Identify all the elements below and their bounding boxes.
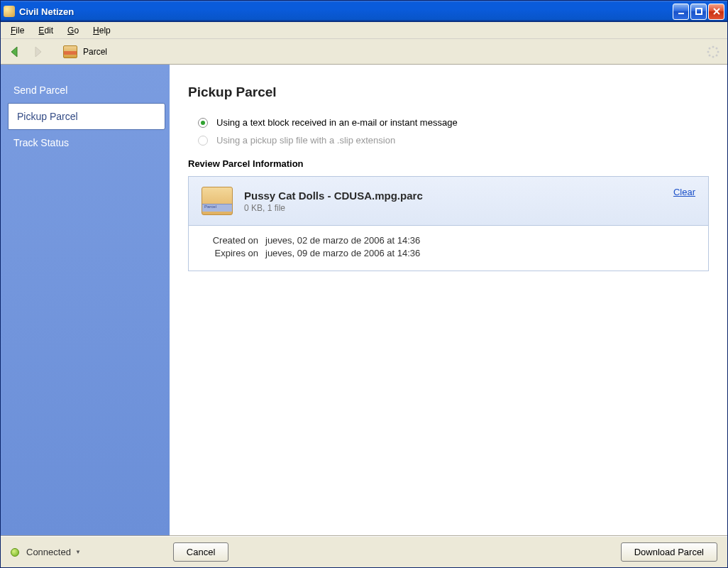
sidebar: Send Parcel Pickup Parcel Track Status [1,65,170,535]
svg-point-11 [709,48,711,50]
app-icon [4,6,15,17]
maximize-icon [695,7,703,16]
svg-point-9 [709,55,711,57]
loading-spinner-icon [706,45,720,59]
parcel-size-files: 0 KB, 1 file [244,203,662,213]
sidebar-item-track-status[interactable]: Track Status [1,130,170,155]
radio-label: Using a text block received in an e-mail… [216,117,458,128]
parcel-info-box: Pussy Cat Dolls - CDUSA.mpg.parc 0 KB, 1… [188,176,709,271]
window-buttons [673,4,724,20]
menu-file[interactable]: File [5,24,30,37]
forward-arrow-icon [30,44,45,60]
radio-icon [198,136,208,146]
parcel-header: Pussy Cat Dolls - CDUSA.mpg.parc 0 KB, 1… [189,177,708,226]
svg-point-8 [712,56,715,58]
minimize-icon [677,7,685,16]
minimize-button[interactable] [673,4,689,20]
sidebar-item-pickup-parcel[interactable]: Pickup Parcel [8,103,165,130]
sidebar-item-send-parcel[interactable]: Send Parcel [1,77,170,103]
svg-point-10 [707,51,710,53]
main-panel: Pickup Parcel Using a text block receive… [170,65,727,535]
download-parcel-button[interactable]: Download Parcel [621,542,717,562]
svg-point-7 [716,55,718,57]
menu-help[interactable]: Help [87,24,116,37]
created-on-label: Created on [202,235,258,246]
sidebar-item-label: Pickup Parcel [17,111,78,122]
menu-edit[interactable]: Edit [33,24,59,37]
content-area: Send Parcel Pickup Parcel Track Status P… [1,65,727,536]
menubar: File Edit Go Help [1,22,727,39]
sidebar-item-label: Send Parcel [13,84,67,96]
radio-icon [198,118,208,128]
svg-rect-1 [696,9,702,14]
breadcrumb: Parcel [83,47,107,57]
radio-option-text-block[interactable]: Using a text block received in an e-mail… [198,117,709,128]
toolbar: Parcel [1,39,727,65]
back-button[interactable] [6,43,23,60]
close-button[interactable] [708,4,724,20]
chevron-down-icon[interactable]: ▼ [75,549,81,555]
parcel-details: Created on jueves, 02 de marzo de 2006 a… [189,226,708,271]
parcel-name: Pussy Cat Dolls - CDUSA.mpg.parc [244,190,662,202]
app-window: Civil Netizen File Edit Go Help [0,0,728,568]
cancel-button[interactable]: Cancel [173,542,228,562]
close-icon [712,7,721,16]
sidebar-item-label: Track Status [13,137,69,148]
maximize-button[interactable] [690,4,707,20]
forward-button[interactable] [29,43,46,60]
titlebar: Civil Netizen [1,1,727,22]
svg-point-4 [712,46,715,48]
detail-created-row: Created on jueves, 02 de marzo de 2006 a… [202,235,695,246]
expires-on-value: jueves, 09 de marzo de 2006 at 14:36 [265,248,420,258]
connection-status-icon [11,548,19,557]
connection-status-text[interactable]: Connected [26,547,71,557]
radio-option-slip-file: Using a pickup slip file with a .slip ex… [198,135,709,146]
statusbar: Connected ▼ Cancel Download Parcel [1,536,727,567]
created-on-value: jueves, 02 de marzo de 2006 at 14:36 [265,235,420,246]
parcel-meta: Pussy Cat Dolls - CDUSA.mpg.parc 0 KB, 1… [244,190,662,213]
window-title: Civil Netizen [19,6,673,17]
svg-point-5 [716,48,718,50]
parcel-box-icon [202,187,233,215]
radio-label: Using a pickup slip file with a .slip ex… [216,135,395,146]
page-title: Pickup Parcel [188,84,709,100]
detail-expires-row: Expires on jueves, 09 de marzo de 2006 a… [202,248,695,258]
menu-go[interactable]: Go [62,24,84,37]
clear-link[interactable]: Clear [673,187,695,197]
expires-on-label: Expires on [202,248,258,258]
review-section-label: Review Parcel Information [188,158,709,169]
back-arrow-icon [7,44,23,60]
svg-point-6 [717,51,719,53]
parcel-icon [63,45,77,58]
